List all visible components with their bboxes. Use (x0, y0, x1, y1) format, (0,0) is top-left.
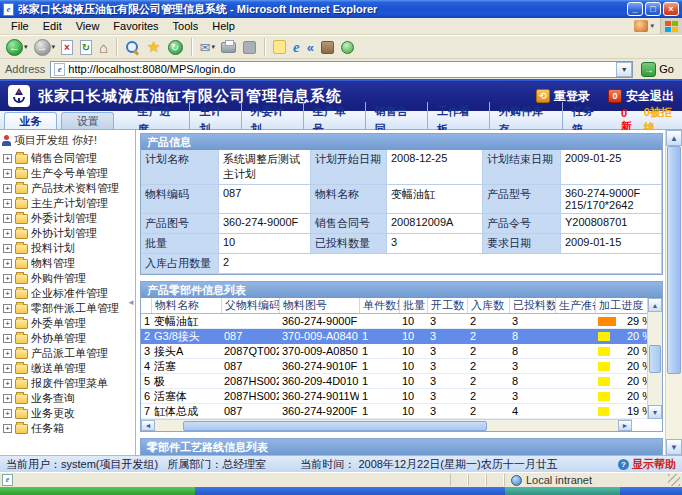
horizontal-scrollbar[interactable]: ◄ ► (141, 419, 632, 431)
messenger-button[interactable] (339, 40, 357, 55)
resize-grip[interactable] (668, 474, 680, 486)
notes-button[interactable] (271, 39, 289, 55)
tree-item[interactable]: + 零部件派工单管理 (0, 301, 135, 316)
menu-item[interactable]: Favorites (106, 19, 165, 33)
tree-item[interactable]: + 外协单管理 (0, 331, 135, 346)
taskbar-button-fragment[interactable] (505, 487, 620, 495)
expand-icon[interactable]: + (3, 229, 12, 238)
tree-item[interactable]: + 销售合同管理 (0, 151, 135, 166)
expand-icon[interactable]: + (3, 364, 12, 373)
flashget-button[interactable]: « (305, 39, 317, 56)
expand-icon[interactable]: + (3, 409, 12, 418)
print-button[interactable] (219, 41, 239, 54)
tree-item[interactable]: + 业务查询 (0, 391, 135, 406)
show-help-link[interactable]: ? 显示帮助 (618, 457, 676, 472)
parts-table-row[interactable]: 2 G3/8接头 087 370-009-A0840 1 10 3 2 8 (141, 329, 647, 344)
windows-taskbar[interactable] (0, 487, 682, 495)
parts-table-row[interactable]: 4 活塞 087 360-274-9010F 1 10 3 2 3 (141, 359, 647, 374)
scrollbar-thumb[interactable] (649, 345, 661, 373)
minimize-button[interactable]: _ (627, 2, 643, 16)
menu-item[interactable]: Help (205, 19, 242, 33)
tree-item[interactable]: + 业务更改 (0, 406, 135, 421)
address-dropdown[interactable]: ▼ (616, 62, 632, 77)
search-button[interactable] (123, 39, 143, 56)
go-button[interactable]: → Go (636, 62, 679, 77)
page-vertical-scrollbar[interactable]: ▲ ▼ (665, 130, 682, 455)
expand-icon[interactable]: + (3, 394, 12, 403)
folder-icon (15, 259, 28, 269)
expand-icon[interactable]: + (3, 154, 12, 163)
menu-item[interactable]: Tools (166, 19, 206, 33)
tree-item[interactable]: + 外协计划管理 (0, 226, 135, 241)
toolbar-separator[interactable] (116, 38, 118, 56)
brand-dropdown-icon[interactable]: ▾ (650, 22, 654, 30)
toolbar-separator[interactable] (264, 38, 266, 56)
expand-icon[interactable]: + (3, 274, 12, 283)
tree-item[interactable]: + 物料管理 (0, 256, 135, 271)
start-button-fragment[interactable] (0, 487, 195, 495)
scroll-down-icon[interactable]: ▼ (648, 405, 662, 419)
tree-item[interactable]: + 外委单管理 (0, 316, 135, 331)
parts-table-row[interactable]: 6 活塞体 2087HS002 360-274-9011W 1 10 3 2 3 (141, 389, 647, 404)
edit-button[interactable] (241, 40, 259, 55)
address-input[interactable] (68, 63, 616, 75)
scroll-up-icon[interactable]: ▲ (648, 298, 662, 312)
expand-icon[interactable]: + (3, 169, 12, 178)
expand-icon[interactable]: + (3, 349, 12, 358)
toolbar-separator[interactable] (191, 38, 193, 56)
close-button[interactable]: × (663, 2, 679, 16)
tree-item[interactable]: + 主生产计划管理 (0, 196, 135, 211)
expand-icon[interactable]: + (3, 379, 12, 388)
expand-icon[interactable]: + (3, 319, 12, 328)
logout-button[interactable]: 0 安全退出 (608, 88, 674, 105)
menu-item[interactable]: Edit (36, 19, 69, 33)
scroll-down-icon[interactable]: ▼ (666, 439, 682, 455)
sidebar-collapse-handle[interactable]: ◄ (127, 298, 135, 307)
table-vertical-scrollbar[interactable]: ▲ ▼ (647, 298, 662, 419)
expand-icon[interactable]: + (3, 214, 12, 223)
parts-table-row[interactable]: 1 变幅油缸 360-274-9000F 10 3 2 3 (141, 314, 647, 329)
tab-settings[interactable]: 设置 (61, 112, 114, 129)
expand-icon[interactable]: + (3, 424, 12, 433)
history-button[interactable]: ↻ (166, 39, 186, 56)
tree-item[interactable]: + 产品技术资料管理 (0, 181, 135, 196)
tree-item[interactable]: + 产品派工单管理 (0, 346, 135, 361)
maximize-button[interactable]: □ (645, 2, 661, 16)
expand-icon[interactable]: + (3, 289, 12, 298)
back-button[interactable]: ← ▾ (4, 38, 30, 57)
tree-item[interactable]: + 报废件管理菜单 (0, 376, 135, 391)
parts-table-row[interactable]: 3 接头A 2087QT002 370-009-A0850 1 10 3 2 8 (141, 344, 647, 359)
scroll-up-icon[interactable]: ▲ (666, 130, 682, 146)
tree-item[interactable]: + 生产令号单管理 (0, 166, 135, 181)
expand-icon[interactable]: + (3, 259, 12, 268)
favorites-button[interactable]: ★ (145, 37, 163, 57)
progress-fill (598, 332, 610, 341)
home-button[interactable]: ⌂ (97, 38, 111, 57)
tab-business[interactable]: 业务 (4, 112, 57, 129)
stop-button[interactable]: × (59, 39, 76, 56)
ie-button[interactable]: e (291, 38, 303, 57)
expand-icon[interactable]: + (3, 334, 12, 343)
scroll-left-icon[interactable]: ◄ (141, 420, 155, 431)
scrollbar-thumb[interactable] (667, 146, 681, 374)
scrollbar-thumb[interactable] (183, 421, 487, 431)
menu-item[interactable]: File (4, 19, 36, 33)
parts-table-row[interactable]: 5 极 2087HS002 360-209-4D010 1 10 3 2 8 (141, 374, 647, 389)
tree-item[interactable]: + 外购件管理 (0, 271, 135, 286)
tool-button[interactable] (319, 40, 337, 55)
expand-icon[interactable]: + (3, 199, 12, 208)
expand-icon[interactable]: + (3, 184, 12, 193)
mail-button[interactable]: ✉ ▾ (198, 39, 217, 56)
tree-item[interactable]: + 外委计划管理 (0, 211, 135, 226)
refresh-button[interactable]: ↻ (78, 39, 95, 56)
tree-item[interactable]: + 投料计划 (0, 241, 135, 256)
parts-table-row[interactable]: 7 缸体总成 087 360-274-9200F 1 10 3 2 4 (141, 404, 647, 419)
expand-icon[interactable]: + (3, 244, 12, 253)
tree-item[interactable]: + 缴送单管理 (0, 361, 135, 376)
tree-item[interactable]: + 任务箱 (0, 421, 135, 436)
tree-item[interactable]: + 企业标准件管理 (0, 286, 135, 301)
expand-icon[interactable]: + (3, 304, 12, 313)
scroll-right-icon[interactable]: ► (618, 420, 632, 431)
forward-button[interactable]: → ▾ (32, 38, 58, 57)
menu-item[interactable]: View (69, 19, 107, 33)
